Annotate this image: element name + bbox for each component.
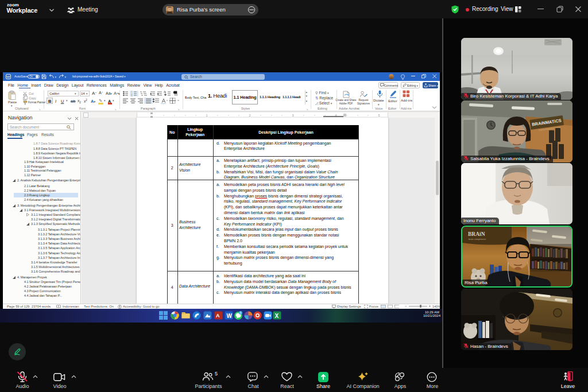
svg-text:3: 3	[131, 95, 133, 96]
svg-text:X: X	[275, 312, 279, 319]
svg-text:1: 1	[206, 114, 207, 117]
svg-text:A: A	[216, 313, 220, 319]
svg-text:brain competence: brain competence	[469, 238, 486, 240]
svg-text:5: 5	[378, 114, 380, 117]
svg-text:A: A	[164, 91, 165, 94]
svg-text:2: 2	[249, 114, 250, 117]
svg-text:W: W	[227, 312, 233, 319]
svg-text:3: 3	[292, 114, 293, 117]
svg-text:BRAiN: BRAiN	[468, 231, 485, 237]
